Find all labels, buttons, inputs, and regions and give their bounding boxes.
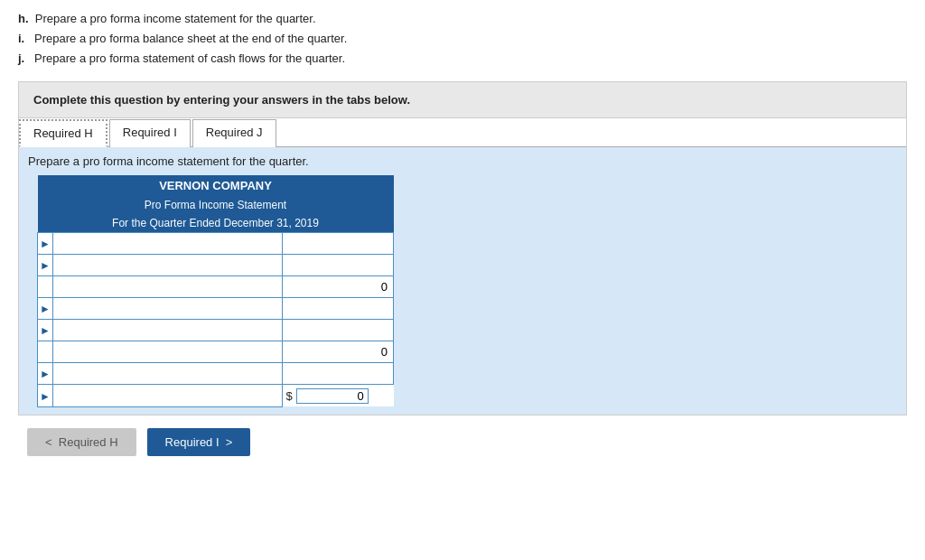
instructions-section: h. Prepare a pro forma income statement … xyxy=(18,9,907,69)
company-name: VERNON COMPANY xyxy=(38,175,394,196)
row-7-input[interactable] xyxy=(286,367,388,380)
row-7-label xyxy=(52,363,282,385)
total-input[interactable] xyxy=(296,388,369,404)
row-3-input[interactable] xyxy=(286,280,388,294)
row-5-input[interactable] xyxy=(286,323,388,337)
row-5-label xyxy=(52,320,282,341)
statement-period: For the Quarter Ended December 31, 2019 xyxy=(38,214,394,233)
tab-required-i[interactable]: Required I xyxy=(109,119,191,147)
table-row: ► xyxy=(38,233,394,255)
table-statement-row: Pro Forma Income Statement xyxy=(38,196,394,214)
row-3-label xyxy=(52,276,282,298)
tab-content-h: Prepare a pro forma income statement for… xyxy=(19,147,906,415)
table-row: ► xyxy=(38,255,394,276)
nav-buttons: < Required H Required I > xyxy=(18,428,907,456)
dollar-sign: $ xyxy=(286,389,293,403)
arrow-1: ► xyxy=(38,233,53,255)
row-1-label xyxy=(52,233,282,255)
table-row xyxy=(38,276,394,298)
arrow-5: ► xyxy=(38,320,53,341)
row-4-label xyxy=(52,298,282,320)
table-row: ► xyxy=(38,363,394,385)
total-value-cell: $ xyxy=(283,385,394,406)
tab-required-h[interactable]: Required H xyxy=(19,119,107,147)
instruction-j: j. Prepare a pro forma statement of cash… xyxy=(18,49,907,69)
table-period-row: For the Quarter Ended December 31, 2019 xyxy=(38,214,394,233)
arrow-2: ► xyxy=(38,255,53,276)
prev-button[interactable]: < Required H xyxy=(27,428,136,456)
tabs-row: Required H Required I Required J xyxy=(19,118,906,147)
table-section: VERNON COMPANY Pro Forma Income Statemen… xyxy=(28,175,897,407)
arrow-6 xyxy=(38,341,53,363)
row-2-input[interactable] xyxy=(286,258,388,272)
table-row: ► xyxy=(38,320,394,341)
tab-required-j[interactable]: Required J xyxy=(192,119,276,147)
row-2-label xyxy=(52,255,282,276)
table-row: ► xyxy=(38,298,394,320)
arrow-4: ► xyxy=(38,298,53,320)
row-6-label xyxy=(52,341,282,363)
prev-button-label: Required H xyxy=(59,435,118,449)
tabs-container: Required H Required I Required J Prepare… xyxy=(18,118,907,415)
prev-arrow-icon: < xyxy=(45,435,52,449)
row-3-value[interactable] xyxy=(282,276,393,298)
row-2-value[interactable] xyxy=(282,255,393,276)
row-6-input[interactable] xyxy=(286,345,388,359)
statement-title: Pro Forma Income Statement xyxy=(38,196,394,214)
arrow-7: ► xyxy=(38,363,53,385)
instruction-h: h. Prepare a pro forma income statement … xyxy=(18,9,907,29)
page-wrapper: h. Prepare a pro forma income statement … xyxy=(0,0,925,474)
table-row xyxy=(38,341,394,363)
next-arrow-icon: > xyxy=(226,435,233,449)
income-statement-table: VERNON COMPANY Pro Forma Income Statemen… xyxy=(37,175,394,407)
next-button-label: Required I xyxy=(165,435,220,449)
next-button[interactable]: Required I > xyxy=(147,428,251,456)
row-1-input[interactable] xyxy=(286,237,388,250)
total-label xyxy=(52,385,282,407)
total-row: ► $ xyxy=(38,385,394,407)
row-1-value[interactable] xyxy=(282,233,393,255)
table-company-row: VERNON COMPANY xyxy=(38,175,394,196)
row-4-input[interactable] xyxy=(286,302,388,315)
arrow-3 xyxy=(38,276,53,298)
row-7-value[interactable] xyxy=(282,363,393,385)
row-5-value[interactable] xyxy=(282,320,393,341)
arrow-total: ► xyxy=(38,385,53,407)
row-6-value[interactable] xyxy=(282,341,393,363)
instruction-i: i. Prepare a pro forma balance sheet at … xyxy=(18,29,907,49)
complete-banner: Complete this question by entering your … xyxy=(18,81,907,118)
row-4-value[interactable] xyxy=(282,298,393,320)
